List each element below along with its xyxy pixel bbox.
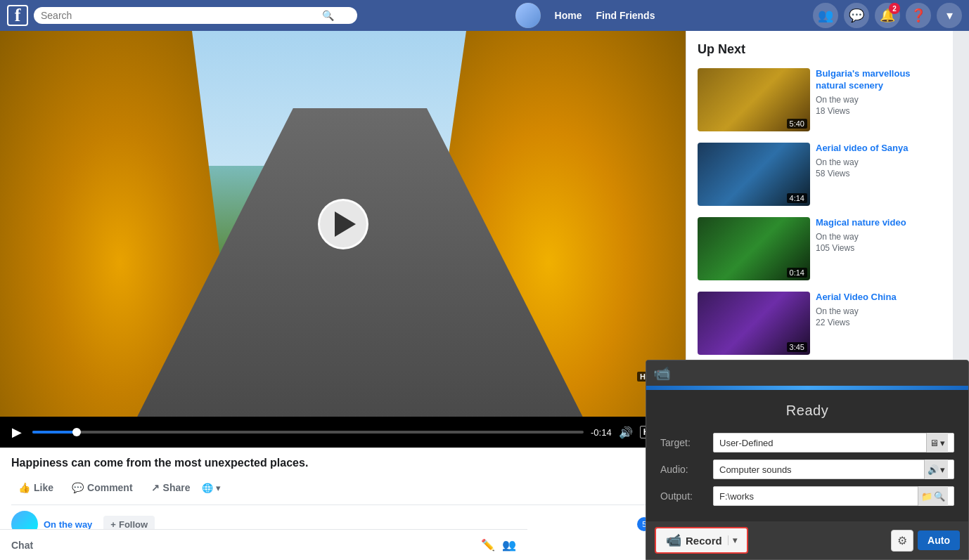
visibility-selector[interactable]: 🌐 ▾ (202, 483, 221, 493)
more-icon-btn[interactable]: ▾ (937, 3, 962, 28)
video-title: Happiness can come from the most unexpec… (11, 456, 674, 471)
thumb-duration-3: 3:45 (787, 342, 807, 352)
people-icon-btn[interactable]: 👥 (813, 3, 838, 28)
notifications-icon-btn[interactable]: 🔔 2 (875, 3, 900, 28)
sidebar-thumb-0: 5:40 (698, 68, 810, 131)
facebook-logo[interactable]: f (7, 5, 28, 26)
output-search-icon: 🔍 (934, 491, 945, 502)
gear-icon: ⚙ (897, 535, 907, 547)
sidebar-video-details-0: Bulgaria's marvellous natural scenery On… (816, 68, 942, 131)
rw-right-buttons: ⚙ Auto (891, 530, 960, 552)
video-controls: ▶ -0:14 🔊 HD ⛶ (0, 417, 686, 448)
record-cam-icon: 📹 (666, 533, 681, 548)
sidebar-views-0: 18 Views (816, 106, 942, 116)
chevron-icon: ▾ (216, 483, 221, 493)
nav-home[interactable]: Home (555, 10, 582, 21)
progress-bar[interactable] (32, 431, 584, 434)
target-label: Target: (660, 437, 706, 448)
audio-speaker-icon: 🔊 (928, 464, 939, 475)
output-input[interactable]: F:\works 📁 🔍 (713, 486, 954, 506)
video-panel: HD ▶ -0:14 🔊 HD ⛶ Happiness can come fro… (0, 31, 686, 560)
sidebar-video-item-2[interactable]: 0:14 Magical nature video On the way 105… (686, 211, 953, 286)
nav-links: Home Find Friends (555, 10, 655, 21)
comment-button[interactable]: 💬 Comment (65, 478, 140, 497)
search-input[interactable] (41, 10, 322, 21)
sidebar-video-details-2: Magical nature video On the way 105 View… (816, 217, 942, 280)
chevron-down-icon: ▾ (946, 8, 953, 23)
target-icon-box: 🖥 ▾ (926, 433, 948, 452)
recording-widget: 📹 Ready Target: User-Defined 🖥 ▾ Audio: … (646, 360, 969, 560)
thumb-duration-2: 0:14 (787, 268, 807, 278)
progress-thumb (72, 428, 81, 436)
recording-status: Ready (646, 390, 968, 429)
chat-label: Chat (11, 540, 33, 551)
sidebar-header: Up Next (686, 31, 953, 63)
camera-icon: 📹 (653, 365, 671, 382)
target-value: User-Defined (719, 438, 774, 448)
avatar[interactable] (515, 3, 541, 28)
sidebar-video-item-0[interactable]: 5:40 Bulgaria's marvellous natural scene… (686, 63, 953, 137)
globe-icon: 🌐 (202, 483, 213, 493)
time-remaining: -0:14 (591, 427, 612, 438)
sidebar-channel-1: On the way (816, 157, 942, 167)
like-button[interactable]: 👍 Like (11, 478, 60, 497)
settings-button[interactable]: ⚙ (891, 530, 913, 552)
sidebar-video-title-3: Aerial Video China (816, 292, 942, 304)
progress-fill (32, 431, 77, 434)
navbar-center: Home Find Friends (357, 3, 813, 28)
comment-icon: 💬 (72, 482, 84, 493)
sidebar-thumb-2: 0:14 (698, 217, 810, 280)
follow-icon: + (110, 519, 116, 530)
auto-button[interactable]: Auto (918, 530, 960, 550)
target-dropdown-icon: ▾ (940, 438, 945, 448)
messenger-icon: 💬 (849, 8, 864, 23)
record-dropdown-icon: ▾ (728, 535, 737, 545)
share-button[interactable]: ↗ Share (144, 478, 198, 497)
chat-panel: Chat ✏️ 👥 (0, 529, 527, 560)
help-icon-btn[interactable]: ❓ (906, 3, 931, 28)
thumb-duration-0: 5:40 (787, 119, 807, 129)
video-container[interactable]: HD (0, 31, 686, 417)
sidebar-video-details-1: Aerial video of Sanya On the way 58 View… (816, 143, 942, 206)
audio-input[interactable]: Computer sounds 🔊 ▾ (713, 460, 954, 479)
avatar-image (515, 3, 541, 28)
navbar: f 🔍 Home Find Friends 👥 💬 🔔 2 ❓ ▾ (0, 0, 969, 31)
audio-dropdown-icon: ▾ (940, 464, 945, 475)
target-field-row: Target: User-Defined 🖥 ▾ (660, 433, 954, 452)
sidebar-video-details-3: Aerial Video China On the way 22 Views (816, 292, 942, 355)
add-chat-icon[interactable]: 👥 (502, 538, 516, 552)
record-button[interactable]: 📹 Record ▾ (655, 527, 748, 554)
sidebar-video-item-1[interactable]: 4:14 Aerial video of Sanya On the way 58… (686, 137, 953, 211)
recording-widget-header: 📹 (646, 360, 968, 386)
target-screen-icon: 🖥 (930, 438, 939, 448)
channel-name[interactable]: On the way (44, 519, 92, 530)
recording-fields: Target: User-Defined 🖥 ▾ Audio: Computer… (646, 429, 968, 521)
video-actions: 👍 Like 💬 Comment ↗ Share 🌐 ▾ (11, 478, 674, 505)
output-field-row: Output: F:\works 📁 🔍 (660, 486, 954, 506)
volume-icon[interactable]: 🔊 (619, 426, 633, 439)
output-label: Output: (660, 490, 706, 502)
sidebar-views-2: 105 Views (816, 243, 942, 253)
play-button[interactable] (318, 199, 368, 249)
recording-footer: 📹 Record ▾ ⚙ Auto (646, 521, 968, 559)
channel-info: On the way (44, 519, 92, 530)
output-value: F:\works (719, 491, 754, 502)
sidebar-views-1: 58 Views (816, 169, 942, 178)
navbar-icons: 👥 💬 🔔 2 ❓ ▾ (813, 3, 962, 28)
sidebar-video-item-3[interactable]: 3:45 Aerial Video China On the way 22 Vi… (686, 286, 953, 360)
like-icon: 👍 (18, 482, 30, 493)
sidebar-video-title-1: Aerial video of Sanya (816, 143, 942, 155)
record-label: Record (686, 535, 722, 547)
nav-find-friends[interactable]: Find Friends (596, 10, 655, 21)
sidebar-video-title-0: Bulgaria's marvellous natural scenery (816, 68, 942, 92)
target-input[interactable]: User-Defined 🖥 ▾ (713, 433, 954, 452)
control-play-button[interactable]: ▶ (8, 424, 25, 440)
messenger-icon-btn[interactable]: 💬 (844, 3, 869, 28)
share-icon: ↗ (151, 482, 160, 493)
thumb-duration-1: 4:14 (787, 193, 807, 203)
search-icon: 🔍 (322, 10, 334, 21)
output-folder-icon: 📁 (921, 491, 932, 502)
edit-chat-icon[interactable]: ✏️ (481, 538, 495, 552)
sidebar-channel-2: On the way (816, 232, 942, 242)
chat-icons: ✏️ 👥 (481, 538, 516, 552)
